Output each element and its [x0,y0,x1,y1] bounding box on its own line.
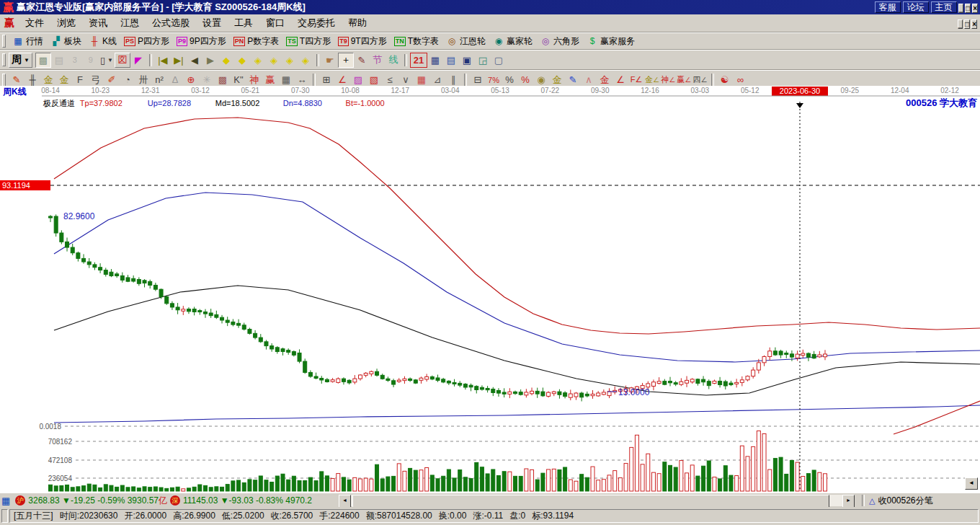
close-button[interactable]: × [971,19,977,29]
drawing-tool-icon-14[interactable]: K" [231,72,246,87]
nav-tool-icon-3[interactable]: 9 [83,53,99,68]
titlebar-link-1[interactable]: 论坛 [903,1,929,13]
menu-item-1[interactable]: 浏览 [50,15,82,31]
drawing-tool-icon-43[interactable]: 赢∠ [676,72,692,87]
main-toolbar-button-10[interactable]: ◉赢家轮 [489,35,536,48]
close-button[interactable]: × [972,4,978,13]
nav-tool-icon-11[interactable]: ▶ [202,53,218,68]
nav-tool-icon-16[interactable]: ◈ [282,53,298,68]
scrollbar-track[interactable] [351,495,842,506]
drawing-tool-icon-18[interactable]: ↔ [294,72,310,87]
nav-tool-icon-8[interactable]: |◀ [155,53,171,68]
drawing-tool-icon-2[interactable]: 金 [40,72,56,87]
tick-panel-label[interactable]: 收000526分笔 [878,495,932,507]
menu-item-4[interactable]: 公式选股 [146,15,196,31]
nav-tool-icon-22[interactable]: 节 [370,53,386,68]
titlebar-link-0[interactable]: 客服 [875,1,901,13]
drawing-tool-icon-21[interactable]: ∠ [334,72,350,87]
drawing-tool-icon-46[interactable]: ☯ [717,72,733,87]
titlebar-link-2[interactable]: 主页 [931,1,957,13]
main-toolbar-button-0[interactable]: ▦行情 [9,35,47,48]
drawing-tool-icon-34[interactable]: ◉ [533,72,549,87]
menu-item-6[interactable]: 工具 [228,15,259,31]
drawing-tool-icon-23[interactable]: ▧ [366,72,382,87]
nav-tool-icon-10[interactable]: ◀ [187,53,202,68]
drawing-tool-icon-31[interactable]: 7% [486,72,502,87]
period-dropdown[interactable]: 周 ▼ [9,53,32,68]
quote-grid-icon[interactable]: ▦ [1,495,10,506]
minimize-button[interactable]: _ [958,4,964,13]
nav-tool-icon-14[interactable]: ◈ [250,53,266,68]
collapse-panel-button[interactable]: ◄ [965,477,978,490]
main-toolbar-button-9[interactable]: ◎江恩轮 [442,35,489,48]
drawing-tool-icon-40[interactable]: F∠ [628,72,644,87]
toolbar-grip[interactable] [2,35,6,48]
drawing-tool-icon-5[interactable]: 弓 [88,72,104,87]
drawing-tool-icon-20[interactable]: ⊞ [318,72,334,87]
menu-item-2[interactable]: 资讯 [82,15,114,31]
drawing-tool-icon-6[interactable]: ✐ [104,72,120,87]
main-toolbar-button-4[interactable]: P99P四方形 [173,35,230,48]
drawing-tool-icon-8[interactable]: 卅 [135,72,151,87]
nav-tool-icon-12[interactable]: ◆ [218,53,234,68]
scrollbar-thumb[interactable] [352,495,829,508]
drawing-tool-icon-12[interactable]: ✳ [199,72,215,87]
drawing-tool-icon-4[interactable]: F [72,72,88,87]
shanghai-index-icon[interactable]: 沪 [15,495,25,506]
nav-tool-icon-0[interactable]: ▩ [35,53,51,68]
nav-tool-icon-27[interactable]: ▤ [443,53,459,68]
main-toolbar-button-11[interactable]: ◎六角形 [536,35,583,48]
drawing-tool-icon-10[interactable]: ∆ [167,72,183,87]
drawing-tool-icon-30[interactable]: ⊟ [470,72,486,87]
nav-tool-icon-2[interactable]: 3 [67,53,83,68]
drawing-tool-icon-41[interactable]: 金∠ [644,72,660,87]
nav-tool-icon-13[interactable]: ◆ [234,53,250,68]
nav-tool-icon-15[interactable]: ◈ [266,53,282,68]
drawing-tool-icon-42[interactable]: 神∠ [660,72,676,87]
nav-tool-icon-4[interactable]: ▯▼ [99,53,115,68]
nav-tool-icon-5[interactable]: 図 [115,53,130,68]
menu-item-0[interactable]: 文件 [19,15,50,31]
nav-tool-icon-1[interactable]: ▤ [51,53,67,68]
drawing-tool-icon-38[interactable]: 金 [597,72,612,87]
nav-tool-icon-6[interactable]: ◤ [130,53,146,68]
drawing-tool-icon-22[interactable]: ▨ [350,72,366,87]
nav-tool-icon-30[interactable]: ▢ [491,53,507,68]
main-toolbar-button-6[interactable]: TST四方形 [282,35,334,48]
drawing-tool-icon-13[interactable]: ▩ [215,72,231,87]
nav-tool-icon-29[interactable]: ◲ [475,53,491,68]
main-toolbar-button-8[interactable]: TNT数字表 [391,35,442,48]
drawing-tool-icon-39[interactable]: ∠ [612,72,628,87]
drawing-tool-icon-27[interactable]: ⊿ [429,72,445,87]
nav-tool-icon-9[interactable]: ▶| [171,53,187,68]
menu-item-7[interactable]: 窗口 [259,15,291,31]
drawing-tool-icon-11[interactable]: ⊕ [183,72,199,87]
drawing-tool-icon-15[interactable]: 神 [246,72,262,87]
nav-tool-icon-21[interactable]: ✎ [354,53,370,68]
drawing-tool-icon-44[interactable]: 四∠ [692,72,708,87]
drawing-tool-icon-35[interactable]: 金 [549,72,565,87]
drawing-tool-icon-1[interactable]: ╫ [24,72,40,87]
main-toolbar-button-5[interactable]: PNP数字表 [230,35,283,48]
drawing-tool-icon-9[interactable]: n² [151,72,167,87]
drawing-tool-icon-47[interactable]: ∞ [733,72,749,87]
restore-button[interactable]: □ [965,4,971,13]
drawing-tool-icon-36[interactable]: ✎ [565,72,581,87]
drawing-tool-icon-37[interactable]: ∧ [581,72,597,87]
toolbar-grip[interactable] [2,74,6,87]
drawing-tool-icon-3[interactable]: 金 [56,72,72,87]
nav-tool-icon-23[interactable]: 线 [386,53,401,68]
minimize-button[interactable]: _ [958,19,963,29]
menu-item-9[interactable]: 帮助 [342,15,373,31]
drawing-tool-icon-28[interactable]: ∥ [445,72,461,87]
menu-item-3[interactable]: 江恩 [114,15,146,31]
menu-item-5[interactable]: 设置 [196,15,228,31]
shenzhen-index-icon[interactable]: 深 [170,495,180,506]
nav-tool-icon-26[interactable]: ▦ [427,53,443,68]
menu-item-8[interactable]: 交易委托 [291,15,342,31]
drawing-tool-icon-0[interactable]: ✎ [9,72,24,87]
nav-tool-icon-25[interactable]: 21 [410,53,427,68]
main-toolbar-button-12[interactable]: $赢家服务 [583,35,638,48]
drawing-tool-icon-17[interactable]: ▦ [278,72,294,87]
drawing-tool-icon-24[interactable]: ≤ [382,72,398,87]
